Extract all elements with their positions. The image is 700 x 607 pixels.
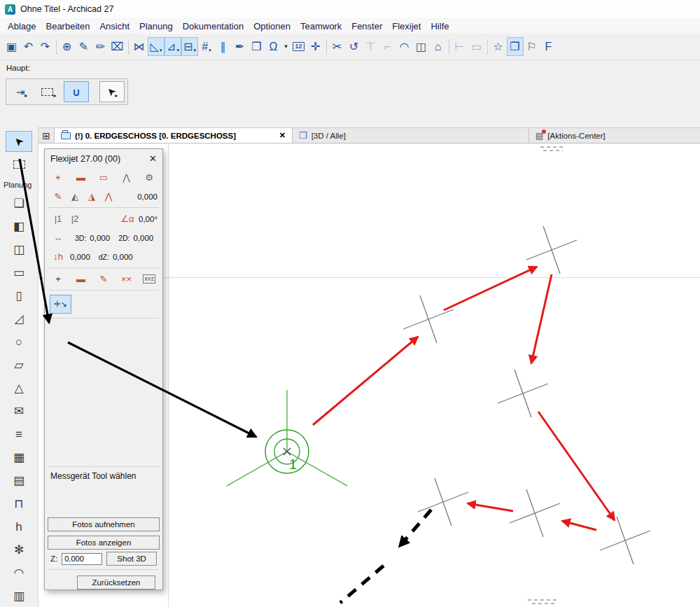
- mesh-tool[interactable]: ✉: [6, 400, 32, 421]
- height-icon[interactable]: ↕h: [50, 249, 66, 264]
- flyout-caret-icon[interactable]: ▸: [24, 92, 27, 102]
- document-tool[interactable]: ▥: [6, 585, 32, 606]
- scissors-icon[interactable]: ✂: [329, 37, 346, 56]
- flexijet-measure-tool-button[interactable]: ✛↘: [50, 295, 71, 314]
- lamp-tool[interactable]: ✻: [6, 539, 32, 560]
- hotspots-icon[interactable]: ✛: [307, 37, 324, 56]
- inject-parameters-icon[interactable]: ✏: [92, 37, 109, 56]
- shot-3d-button[interactable]: Shot 3D: [106, 552, 157, 566]
- pen-set-icon[interactable]: ✒: [232, 37, 248, 56]
- laser-level-icon[interactable]: ▭: [95, 170, 112, 185]
- suspend-groups-icon[interactable]: ⋈: [131, 37, 148, 56]
- menu-item[interactable]: Ansicht: [94, 20, 134, 33]
- redo-icon[interactable]: ↷: [37, 37, 54, 56]
- snap-guides-icon[interactable]: ⊿▾: [164, 37, 181, 56]
- door-tool[interactable]: ◧: [6, 216, 32, 237]
- tab-aktions-center[interactable]: ▤ [Aktions-Center]: [529, 128, 700, 143]
- guide-lines-icon[interactable]: ◺▾: [148, 37, 164, 56]
- marquee-select-button[interactable]: ▸: [36, 81, 62, 102]
- tab-3d[interactable]: ❒ [3D / Alle]: [293, 128, 529, 143]
- distance-icon[interactable]: ↔: [50, 230, 66, 245]
- tripod-icon[interactable]: ⋀: [118, 170, 135, 185]
- tab-floorplan[interactable]: (!) 0. ERDGESCHOSS [0. ERDGESCHOSS] ✕: [55, 128, 293, 143]
- separator[interactable]: [126, 37, 131, 56]
- grid-tool[interactable]: ▦: [6, 447, 32, 468]
- dropdown-caret-icon[interactable]: ▾: [209, 48, 211, 55]
- menu-item[interactable]: Bearbeiten: [41, 20, 94, 33]
- slab-tool[interactable]: ▭: [6, 262, 32, 283]
- dropdown-caret-icon[interactable]: ▾: [176, 48, 179, 55]
- column-tool[interactable]: ▯: [6, 285, 32, 306]
- menu-item[interactable]: Optionen: [248, 20, 295, 33]
- home-story-icon[interactable]: ⌂: [430, 37, 447, 56]
- flexijet-scan-icon[interactable]: ⌖: [50, 170, 66, 185]
- corner-marker-icon[interactable]: ⌐: [379, 37, 396, 56]
- curtain-wall-tool[interactable]: ▤: [6, 470, 32, 491]
- snap-reference-icon[interactable]: ⊟▾: [181, 37, 198, 56]
- split-icon[interactable]: ◫: [413, 37, 430, 56]
- flag-icon[interactable]: ⚐: [524, 37, 540, 56]
- display-icon[interactable]: ▭: [468, 37, 485, 56]
- xyz-export-icon[interactable]: XYZ: [141, 272, 158, 286]
- beam-tool[interactable]: ⊓: [6, 493, 32, 514]
- menu-item[interactable]: Teamwork: [295, 20, 346, 33]
- lock-icon[interactable]: Ω: [265, 37, 282, 56]
- arch-tool[interactable]: ◠: [6, 562, 32, 583]
- slope-pen-icon[interactable]: ✎: [95, 272, 112, 286]
- point-transfer-2-icon[interactable]: |2: [66, 211, 83, 226]
- menu-item[interactable]: Hilfe: [426, 20, 454, 33]
- column-round-tool[interactable]: ○: [6, 331, 32, 352]
- marquee-tool[interactable]: [6, 154, 32, 175]
- rotate-icon[interactable]: ↺: [346, 37, 363, 56]
- window-tool[interactable]: ◫: [6, 239, 32, 260]
- fillet-icon[interactable]: ◠: [396, 37, 413, 56]
- pickup-parameters-icon[interactable]: ✎: [76, 37, 92, 56]
- flyout-caret-icon[interactable]: ▸: [115, 92, 118, 102]
- tripod-level-icon[interactable]: ⋀: [100, 189, 117, 204]
- add-point-icon[interactable]: +: [50, 272, 66, 286]
- level-flat-icon[interactable]: ▬: [73, 272, 90, 286]
- tab-close-icon[interactable]: ✕: [279, 131, 286, 140]
- shell-tool[interactable]: △: [6, 377, 32, 398]
- favorites-star-icon[interactable]: ☆: [490, 37, 507, 56]
- zuruecksetzen-button[interactable]: Zurücksetzen: [77, 575, 155, 589]
- menu-item[interactable]: Fenster: [346, 20, 387, 33]
- fotos-aufnehmen-button[interactable]: Fotos aufnehmen: [48, 517, 160, 531]
- grid-snap-icon[interactable]: #▾: [198, 37, 215, 56]
- magnet-button[interactable]: ∪: [64, 81, 89, 102]
- cube-3d-icon[interactable]: ❒: [248, 37, 265, 56]
- settings-gear-icon[interactable]: ⚙: [141, 170, 158, 185]
- menu-item[interactable]: Dokumentation: [178, 20, 248, 33]
- dimension-icon[interactable]: ⊢: [451, 37, 468, 56]
- story-12-icon[interactable]: 12: [290, 37, 307, 56]
- measure-sketch-icon[interactable]: ✎: [50, 189, 66, 204]
- elevation-marker-icon[interactable]: ⊤: [363, 37, 379, 56]
- menu-item[interactable]: Planung: [134, 20, 178, 33]
- eraser-icon[interactable]: ⌧: [109, 37, 126, 56]
- quad-view-icon[interactable]: ⊞: [38, 128, 55, 143]
- ramp-tool[interactable]: ▱: [6, 354, 32, 375]
- clipped-icon[interactable]: F: [540, 37, 557, 56]
- zoom-icon[interactable]: ⊕: [59, 37, 76, 56]
- undo-icon[interactable]: ↶: [20, 37, 37, 56]
- duplicate-layout-icon[interactable]: ❐: [507, 37, 524, 56]
- zone-tool[interactable]: ❏: [6, 193, 32, 214]
- jump-tool-button[interactable]: ⇥▸: [9, 81, 34, 102]
- separator[interactable]: [447, 37, 451, 56]
- save-icon[interactable]: ▣: [4, 37, 20, 56]
- fotos-anzeigen-button[interactable]: Fotos anzeigen: [48, 536, 160, 550]
- separator[interactable]: [54, 37, 59, 56]
- separator[interactable]: [324, 37, 329, 56]
- caret-icon[interactable]: ▾: [282, 37, 290, 56]
- palette-close-icon[interactable]: ✕: [149, 153, 157, 164]
- angle-alpha-icon[interactable]: ∠α: [119, 211, 136, 226]
- measure-path-icon[interactable]: ××: [118, 272, 135, 286]
- point-transfer-1-icon[interactable]: |1: [50, 211, 66, 226]
- dropdown-caret-icon[interactable]: ▾: [193, 48, 196, 55]
- z-input[interactable]: [62, 553, 102, 565]
- skew-lines-icon[interactable]: ∥: [215, 37, 232, 56]
- palette-title-bar[interactable]: Flexijet 27.00 (00) ✕: [45, 149, 162, 168]
- menu-item[interactable]: Ablage: [3, 20, 41, 33]
- stair-tool[interactable]: ≡: [6, 424, 32, 445]
- flyout-caret-icon[interactable]: ▸: [53, 92, 56, 102]
